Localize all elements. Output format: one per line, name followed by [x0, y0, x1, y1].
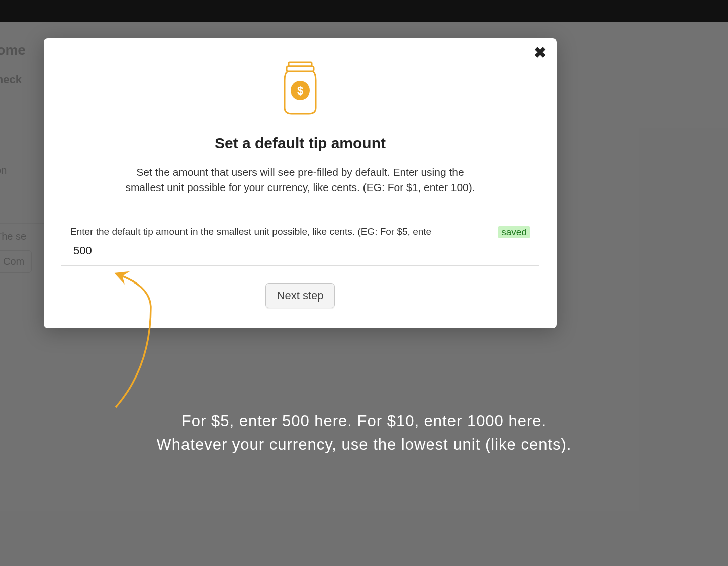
tip-amount-input[interactable]	[70, 244, 530, 257]
annotation-line-1: For $5, enter 500 here. For $10, enter 1…	[0, 410, 728, 433]
svg-rect-1	[287, 66, 314, 71]
close-icon[interactable]: ✖	[534, 45, 547, 60]
modal-title: Set a default tip amount	[61, 135, 539, 152]
svg-text:$: $	[297, 84, 303, 97]
next-step-button[interactable]: Next step	[265, 283, 335, 308]
modal-description: Set the amount that users will see pre-f…	[124, 165, 476, 196]
default-tip-modal: ✖ $ Set a default tip amount Set the amo…	[44, 38, 557, 328]
annotation-text: For $5, enter 500 here. For $10, enter 1…	[0, 410, 728, 456]
tip-amount-field-container: Enter the default tip amount in the smal…	[61, 219, 539, 266]
tip-jar-icon: $	[61, 61, 539, 118]
tip-amount-label: Enter the default tip amount in the smal…	[70, 226, 530, 237]
saved-badge: saved	[498, 226, 530, 238]
app-top-bar	[0, 0, 728, 22]
annotation-line-2: Whatever your currency, use the lowest u…	[0, 433, 728, 457]
